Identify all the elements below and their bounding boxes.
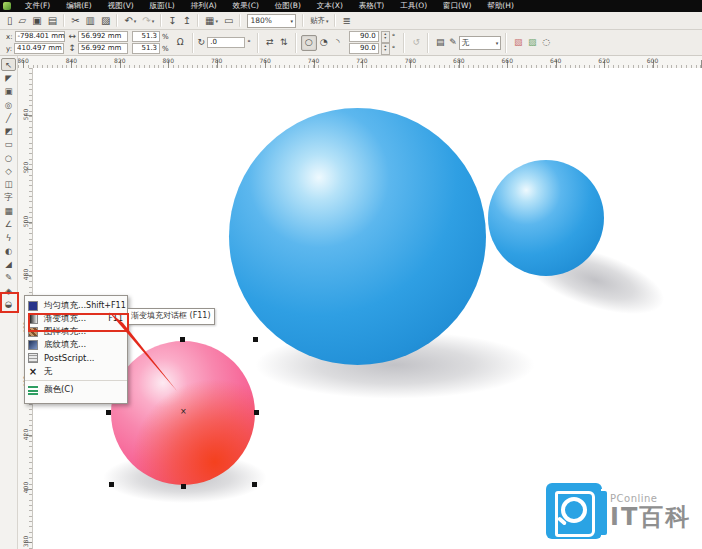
end-angle-field[interactable]: 90.0 [349, 43, 379, 54]
object-width-field[interactable]: 56.992 mm [78, 31, 128, 42]
copy-button[interactable]: ▥ [83, 13, 98, 28]
basic-shapes-tool[interactable]: ◫ [1, 178, 16, 191]
fill-menu-item-shortcut: Shift+F11 [86, 301, 126, 310]
ellipse-mode-button[interactable]: ○ [301, 35, 317, 51]
polygon-tool[interactable]: ◇ [1, 164, 16, 177]
arc-mode-button[interactable]: ◝ [331, 36, 345, 50]
outline-pen-tool[interactable]: ✎ [1, 271, 16, 284]
behind-fill-button[interactable]: ▨ [525, 36, 539, 50]
end-angle-stepper[interactable]: ▴▾ [381, 43, 390, 55]
tool-icon: ∠ [5, 219, 13, 229]
fill-menu-item[interactable]: 底纹填充... [25, 339, 127, 352]
wrap-text-button[interactable]: ▧ [511, 36, 525, 50]
dimension-tool[interactable]: ∠ [1, 218, 16, 231]
smart-fill-tool[interactable]: ◩ [1, 124, 16, 137]
new-button[interactable]: ▯ [4, 13, 16, 28]
menu-item[interactable]: 效果(C) [225, 0, 267, 12]
freehand-tool[interactable]: ╱ [1, 111, 16, 124]
scale-x-field[interactable]: 51.3 [132, 31, 160, 42]
selection-handle[interactable] [109, 482, 114, 487]
outline-width-select[interactable]: 无 ▾ [459, 36, 502, 50]
eyedropper-tool[interactable]: ◢ [1, 257, 16, 270]
fill-type-icon [28, 340, 38, 350]
selection-handle[interactable] [252, 482, 257, 487]
start-angle-stepper[interactable]: ▴▾ [381, 31, 390, 43]
fill-menu-item-label: 无 [44, 366, 123, 378]
menu-item[interactable]: 位图(B) [267, 0, 309, 12]
separator[interactable] [197, 14, 199, 27]
scale-y-field[interactable]: 51.3 [132, 43, 160, 54]
menu-item[interactable]: 表格(T) [351, 0, 392, 12]
text-tool[interactable]: 字 [1, 191, 16, 204]
pie-mode-button[interactable]: ◔ [317, 36, 331, 50]
open-button[interactable]: ▱ [16, 13, 30, 28]
menu-item[interactable]: 视图(V) [100, 0, 142, 12]
snap-to-select[interactable]: 贴齐 ▾ [307, 13, 332, 28]
menu-item[interactable]: 窗口(W) [435, 0, 479, 12]
mirror-horizontal-button[interactable]: ⇄ [263, 36, 277, 50]
pie-icon: ◔ [320, 37, 328, 48]
separator[interactable] [116, 14, 118, 27]
selection-handle[interactable] [106, 410, 111, 415]
fill-type-icon [28, 385, 38, 395]
menu-item[interactable]: 文件(F) [17, 0, 58, 12]
zoom-tool[interactable]: ◎ [1, 98, 16, 111]
change-direction-button[interactable]: ↺ [409, 36, 423, 50]
start-angle-field[interactable]: 90.0 [349, 31, 379, 42]
blend-tool[interactable]: ◐ [1, 244, 16, 257]
save-button[interactable]: ▣ [29, 13, 44, 28]
annotation-box-fill-tool [0, 292, 19, 313]
export-button[interactable]: ↥ [180, 13, 194, 28]
selection-handle[interactable] [254, 410, 259, 415]
pick-tool[interactable]: ↖ [1, 58, 16, 71]
table-tool[interactable]: ▦ [1, 204, 16, 217]
selection-center-mark[interactable]: × [180, 408, 187, 416]
selection-handle[interactable] [180, 337, 185, 342]
layers-button[interactable]: ▤ [433, 36, 447, 50]
welcome-screen-button[interactable]: ▭ [221, 13, 236, 28]
menu-item[interactable]: 文本(X) [309, 0, 351, 12]
selection-handle[interactable] [253, 337, 258, 342]
menu-item[interactable]: 编辑(E) [58, 0, 100, 12]
separator[interactable] [239, 14, 241, 27]
fill-menu-item[interactable]: × 无 [25, 365, 127, 378]
menu-item[interactable]: 帮助(H) [479, 0, 522, 12]
lock-ratio-icon[interactable]: Ω [177, 37, 184, 48]
fill-menu-item[interactable]: PostScript... [25, 352, 127, 365]
propbar-separator [403, 33, 405, 53]
mirror-vertical-button[interactable]: ⇅ [277, 36, 291, 50]
scale-with-object-button[interactable]: ◌ [539, 36, 553, 50]
options-button[interactable]: ≣ [339, 13, 353, 28]
object-height-field[interactable]: 56.992 mm [78, 43, 128, 54]
rotation-angle-field[interactable]: .0 [207, 37, 245, 48]
shape-tool[interactable]: ◤ [1, 71, 16, 84]
big-blue-sphere[interactable] [229, 108, 486, 365]
menu-item[interactable]: 工具(O) [392, 0, 435, 12]
position-x-field[interactable]: -798.401 mm [15, 31, 65, 42]
small-blue-sphere[interactable] [488, 160, 604, 276]
fill-menu-item[interactable]: 颜色(C) [25, 380, 127, 397]
separator[interactable] [63, 14, 65, 27]
menu-item[interactable]: 排列(A) [183, 0, 225, 12]
connector-tool[interactable]: ϟ [1, 231, 16, 244]
undo-button[interactable]: ↶ ▾ [121, 13, 139, 28]
selection-handle[interactable] [181, 484, 186, 489]
separator[interactable] [160, 14, 162, 27]
toolbar-button-icon: ✂ [71, 13, 79, 28]
menu-item[interactable]: 版面(L) [142, 0, 183, 12]
ellipse-tool[interactable]: ○ [1, 151, 16, 164]
propbar-separator [505, 33, 507, 53]
app-launcher-button[interactable]: ▦ ▾ [202, 13, 221, 28]
paste-button[interactable]: ▨ [98, 13, 113, 28]
crop-tool[interactable]: ▣ [1, 85, 16, 98]
position-y-field[interactable]: 410.497 mm [14, 43, 64, 54]
tool-icon: ▦ [4, 206, 12, 216]
redo-button[interactable]: ↷ ▾ [139, 13, 157, 28]
print-button[interactable]: ▤ [45, 13, 60, 28]
zoom-level-select[interactable]: 180% ▾ [247, 14, 296, 28]
import-button[interactable]: ↧ [165, 13, 179, 28]
rectangle-tool[interactable]: ▭ [1, 138, 16, 151]
fill-menu-item[interactable]: 均匀填充... Shift+F11 [25, 299, 127, 312]
tool-icon: ◤ [5, 73, 12, 83]
cut-button[interactable]: ✂ [68, 13, 82, 28]
